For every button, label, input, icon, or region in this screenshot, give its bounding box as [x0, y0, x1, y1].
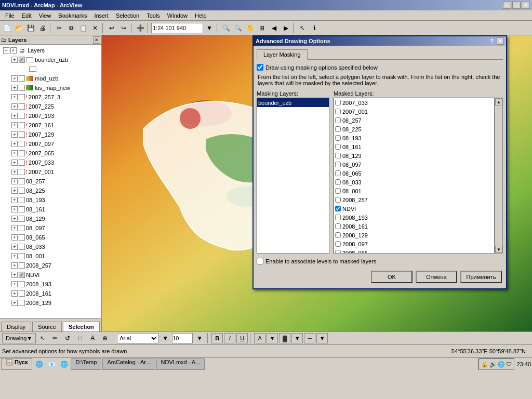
masked-item-08-001[interactable]: 08_001 [334, 187, 494, 195]
close-button[interactable]: ✕ [522, 2, 530, 9]
font-size-dropdown[interactable]: ▼ [194, 332, 205, 344]
menu-tools[interactable]: Tools [143, 11, 163, 20]
font-size-input[interactable] [172, 333, 193, 343]
bold-button[interactable]: B [211, 333, 223, 343]
masked-item-2008-065[interactable]: 2008_065 [334, 248, 494, 254]
tree-item-2007-065[interactable]: + ! 2007_065 [1, 149, 100, 158]
select-button[interactable]: ↖ [297, 22, 308, 34]
open-button[interactable]: 📂 [13, 22, 24, 34]
drawing-rotate-btn[interactable]: ↺ [62, 332, 73, 344]
tree-item-lus[interactable]: + lus_map_new [1, 83, 100, 92]
line-color-dropdown[interactable]: ▼ [316, 333, 328, 343]
menu-insert[interactable]: Insert [91, 11, 112, 20]
masked-item-2007-001[interactable]: 2007_001 [334, 107, 494, 116]
scrollbar-up[interactable]: ▲ [495, 98, 502, 105]
dialog-help-button[interactable]: ? [490, 38, 494, 44]
apply-button[interactable]: Применить [460, 271, 502, 283]
tree-check-mod[interactable] [19, 75, 25, 82]
maximize-button[interactable]: □ [512, 2, 521, 9]
minimize-button[interactable]: ─ [503, 2, 511, 9]
taskbar-icon-2[interactable]: 📧 [46, 358, 57, 370]
redo-button[interactable]: ↪ [118, 22, 129, 34]
tree-item-08-065[interactable]: + 08_065 [1, 233, 100, 242]
masked-item-08-225[interactable]: 08_225 [334, 125, 494, 134]
masked-item-2008-193[interactable]: 2008_193 [334, 213, 494, 222]
back-button[interactable]: ◀ [268, 22, 280, 34]
task-ndvi[interactable]: NDVI.mxd - A... [156, 358, 205, 370]
copy-button[interactable]: ⧉ [65, 22, 77, 34]
masked-item-2008-129[interactable]: 2008_129 [334, 231, 494, 240]
masked-item-2007-033[interactable]: 2007_033 [334, 98, 494, 107]
drawing-select-btn[interactable]: ↖ [37, 332, 48, 344]
paste-button[interactable]: 📋 [77, 22, 89, 34]
assoc-levels-checkbox[interactable] [257, 258, 263, 264]
masked-item-2008-257[interactable]: 2008_257 [334, 195, 494, 204]
tree-item-2007-097[interactable]: + ! 2007_097 [1, 139, 100, 149]
menu-edit[interactable]: Edit [19, 11, 35, 20]
dialog-tab-layer-masking[interactable]: Layer Masking [257, 49, 308, 60]
scale-input[interactable] [151, 23, 203, 33]
masked-layers-listbox[interactable]: 2007_033 2007_001 08_257 08_225 08_193 0… [334, 98, 495, 254]
drawing-edit-btn[interactable]: ✏ [49, 332, 61, 344]
masked-item-08-161[interactable]: 08_161 [334, 142, 494, 151]
line-color-button[interactable]: ─ [304, 333, 315, 343]
tree-item-2008-193[interactable]: + 2008_193 [1, 280, 100, 289]
tree-expand-root[interactable]: − [3, 47, 9, 54]
tree-check-bounder[interactable]: ✓ [19, 57, 25, 63]
masked-item-2008-097[interactable]: 2008_097 [334, 240, 494, 248]
tree-item-2007-033[interactable]: + ! 2007_033 [1, 158, 100, 167]
tree-item-2008-257[interactable]: + 2008_257 [1, 261, 100, 270]
start-button[interactable]: 🪟 Пуск [1, 358, 32, 370]
task-arccatalog[interactable]: ArcCatalog - Ar... [102, 358, 155, 370]
menu-bookmarks[interactable]: Bookmarks [55, 11, 90, 20]
tab-source[interactable]: Source [32, 322, 62, 331]
masked-item-2008-161[interactable]: 2008_161 [334, 222, 494, 231]
tree-expand-lus[interactable]: + [11, 85, 18, 91]
forward-button[interactable]: ▶ [280, 22, 291, 34]
tree-check-lus[interactable] [19, 85, 25, 91]
tree-item-2007-161[interactable]: + ! 2007_161 [1, 121, 100, 130]
tree-item-2008-129[interactable]: + 2008_129 [1, 298, 100, 308]
tree-item-ndvi[interactable]: + ✓ NDVI [1, 270, 100, 280]
masking-item-bounder[interactable]: bounder_uzb [257, 98, 329, 107]
print-button[interactable]: 🖨 [37, 22, 48, 34]
taskbar-icon-3[interactable]: 🌐 [58, 358, 70, 370]
tree-item-mod[interactable]: + mod_uzb [1, 74, 100, 83]
tree-item-root[interactable]: − ✓ 🗂 Layers [1, 46, 100, 55]
tree-item-08-161[interactable]: + 08_161 [1, 205, 100, 214]
tree-item-08-129[interactable]: + 08_129 [1, 214, 100, 223]
scrollbar-down[interactable]: ▼ [495, 246, 502, 253]
tree-item-2007-129[interactable]: + ! 2007_129 [1, 130, 100, 139]
menu-selection[interactable]: Selection [113, 11, 142, 20]
font-color-dropdown[interactable]: ▼ [267, 333, 278, 343]
tree-item-08-225[interactable]: + 08_225 [1, 186, 100, 195]
info-button[interactable]: ℹ [309, 22, 320, 34]
tree-item-08-257[interactable]: + 08_257 [1, 177, 100, 186]
masked-item-08-065[interactable]: 08_065 [334, 169, 494, 178]
tree-item-2007-001[interactable]: + ! 2007_001 [1, 167, 100, 177]
tree-item-08-033[interactable]: + 08_033 [1, 242, 100, 251]
tree-check-root[interactable]: ✓ [10, 47, 17, 54]
layers-tree[interactable]: − ✓ 🗂 Layers + ✓ bounder_uzb + [0, 45, 101, 318]
tree-expand-bounder[interactable]: + [11, 57, 18, 63]
tree-item-08-001[interactable]: + 08_001 [1, 251, 100, 261]
underline-button[interactable]: U [236, 333, 248, 343]
menu-help[interactable]: Help [192, 11, 210, 20]
drawing-extra-btn[interactable]: ⊕ [99, 332, 111, 344]
tree-item-2008-161[interactable]: + 2008_161 [1, 289, 100, 298]
add-data-button[interactable]: ➕ [135, 22, 146, 34]
save-button[interactable]: 💾 [25, 22, 36, 34]
scale-dropdown[interactable]: ▼ [204, 22, 215, 34]
fill-color-button[interactable]: ▓ [279, 333, 290, 343]
masked-item-08-129[interactable]: 08_129 [334, 151, 494, 160]
drawing-rect-btn[interactable]: □ [74, 332, 86, 344]
cancel-button[interactable]: Отмена [416, 271, 457, 283]
tab-selection[interactable]: Selection [63, 322, 100, 331]
tree-item-2007-257[interactable]: + ! 2007_257_3 [1, 92, 100, 102]
full-extent-button[interactable]: ⊞ [256, 22, 268, 34]
tree-expand-2007-257[interactable]: + [11, 94, 18, 100]
font-dropdown[interactable]: ▼ [159, 332, 171, 344]
cut-button[interactable]: ✂ [54, 22, 65, 34]
panel-close-button[interactable]: ✕ [93, 36, 100, 44]
pan-button[interactable]: ✋ [244, 22, 256, 34]
